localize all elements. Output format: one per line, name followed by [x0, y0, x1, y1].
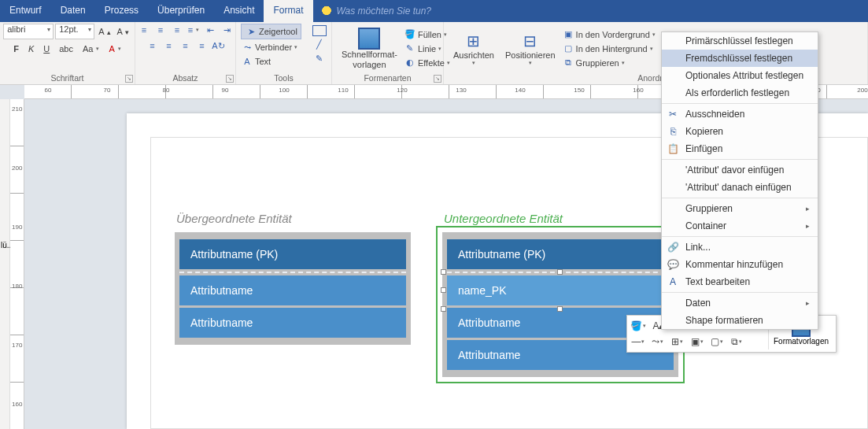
scissors-icon: ✂ — [667, 109, 679, 120]
position-button[interactable]: ⊟ Positionieren▾ — [500, 30, 560, 68]
case-button[interactable]: Aa▾ — [80, 43, 102, 55]
freeform-tool-button[interactable]: ✎ — [312, 52, 325, 65]
connector-tool-button[interactable]: ⤳Verbinder▾ — [241, 41, 297, 54]
ctx-group[interactable]: Gruppieren▸ — [662, 200, 818, 217]
group-shape-styles: Schnellformat- vorlagen 🪣Füllen▾ ✎Linie▾… — [332, 22, 444, 84]
tab-prozess[interactable]: Prozess — [95, 0, 148, 22]
ctx-format-shape[interactable]: Shape formatieren — [662, 312, 818, 329]
pointer-icon: ➤ — [245, 25, 257, 38]
entity-child-attr-pk[interactable]: Attributname (PK) — [447, 239, 674, 269]
entity-child[interactable]: Untergeordnete Entität Attributname (PK)… — [442, 232, 678, 377]
comment-icon: 💬 — [667, 259, 679, 270]
paste-icon: 📋 — [667, 143, 679, 154]
justify-button[interactable]: ≡ — [196, 39, 209, 52]
group-tools: ➤Zeigertool ⤳Verbinder▾ AText ╱ ✎ Tools — [236, 22, 332, 84]
font-size-select[interactable]: 12pt. — [55, 24, 94, 39]
entity-parent[interactable]: Übergeordnete Entität Attributname (PK) … — [175, 232, 411, 345]
underline-button[interactable]: U — [41, 43, 52, 55]
ctx-comment[interactable]: 💬Kommentar hinzufügen — [662, 256, 818, 273]
italic-button[interactable]: K — [26, 43, 36, 55]
bold-button[interactable]: F — [11, 43, 21, 55]
ribbon-tabs: Entwurf Daten Prozess Überprüfen Ansicht… — [0, 0, 868, 22]
align-bottom-button[interactable]: ≡ — [171, 24, 183, 36]
group-label-font: Schriftart — [5, 73, 130, 84]
entity-parent-attr-2[interactable]: Attributname — [179, 308, 406, 338]
tab-ueberpruefen[interactable]: Überprüfen — [148, 0, 214, 22]
bring-forward-button[interactable]: ▣In den Vordergrund▾ — [562, 28, 656, 41]
group-paragraph: ≡ ≡ ≡ ≡▾ ⇤ ⇥ ≡ ≡ ≡ ≡ A↻ Absatz ↘ — [135, 22, 236, 84]
ctx-set-primary-key[interactable]: Primärschlüssel festlegen — [662, 32, 818, 50]
ctx-set-required[interactable]: Als erforderlich festlegen — [662, 84, 818, 102]
tab-ansicht[interactable]: Ansicht — [214, 0, 264, 22]
font-dialog-launcher[interactable]: ↘ — [125, 75, 133, 83]
align-right-button[interactable]: ≡ — [179, 39, 192, 52]
group-label-tools: Tools — [241, 73, 327, 84]
shape-styles-dialog-launcher[interactable]: ↘ — [434, 75, 441, 83]
strike-button[interactable]: abc — [57, 43, 76, 55]
align-center-button[interactable]: ≡ — [163, 39, 175, 52]
ctx-insert-after[interactable]: 'Attribut' danach einfügen — [662, 179, 818, 196]
tab-daten[interactable]: Daten — [51, 0, 95, 22]
align-button[interactable]: ⊞ Ausrichten▾ — [449, 30, 499, 68]
quick-styles-icon — [358, 28, 380, 50]
group-icon: ⧉ — [562, 57, 574, 69]
bullets-button[interactable]: ≡▾ — [187, 24, 200, 36]
ctx-set-optional[interactable]: Optionales Attribut festlegen — [662, 67, 818, 84]
mini-align-button[interactable]: ⊞▾ — [669, 334, 686, 349]
send-backward-button[interactable]: ▢In den Hintergrund▾ — [562, 43, 656, 55]
indent-inc-button[interactable]: ⇥ — [220, 24, 233, 36]
grow-font-button[interactable]: A▴ — [96, 25, 113, 38]
ctx-cut[interactable]: ✂Ausschneiden — [662, 105, 818, 123]
shrink-font-button[interactable]: A▾ — [115, 25, 131, 38]
ctx-edit-text[interactable]: AText bearbeiten — [662, 273, 818, 290]
entity-parent-attr-1[interactable]: Attributname — [179, 276, 406, 305]
mini-front-button[interactable]: ▣▾ — [689, 334, 706, 349]
line-tool-button[interactable]: ╱ — [312, 38, 325, 50]
mini-group-mini-button[interactable]: ⧉▾ — [728, 334, 745, 349]
align-top-button[interactable]: ≡ — [138, 24, 150, 36]
mini-back-button[interactable]: ▢▾ — [708, 334, 726, 349]
tell-me-search[interactable]: Was möchten Sie tun? — [313, 0, 440, 22]
text-tool-button[interactable]: AText — [241, 55, 271, 68]
entity-parent-attr-pk[interactable]: Attributname (PK) — [179, 239, 406, 269]
vertical-ruler: 210 200 190 180 170 160 — [10, 99, 24, 429]
pointer-tool-button[interactable]: ➤Zeigertool — [241, 24, 301, 39]
quick-styles-button[interactable]: Schnellformat- vorlagen — [337, 26, 402, 70]
mini-line-button[interactable]: —▾ — [630, 334, 647, 349]
position-icon: ⊟ — [519, 31, 541, 50]
paragraph-dialog-launcher[interactable]: ↘ — [226, 75, 234, 83]
rotate-text-button[interactable]: A↻ — [212, 39, 225, 52]
group-button[interactable]: ⧉Gruppieren▾ — [562, 57, 656, 69]
send-backward-icon: ▢ — [562, 43, 574, 55]
align-icon: ⊞ — [463, 31, 485, 50]
align-left-button[interactable]: ≡ — [146, 39, 159, 52]
font-color-button[interactable]: A▾ — [106, 43, 123, 55]
tab-entwurf[interactable]: Entwurf — [0, 0, 51, 22]
text-icon: A — [241, 55, 253, 68]
indent-dec-button[interactable]: ⇤ — [204, 24, 216, 36]
pk-separator-2 — [447, 272, 674, 273]
group-label-shape-styles: Formenarten — [337, 73, 438, 84]
left-panel-edge: lü... — [0, 99, 10, 429]
tab-format[interactable]: Format — [264, 0, 312, 22]
context-menu: Primärschlüssel festlegen Fremdschlüssel… — [661, 31, 818, 330]
ctx-data[interactable]: Daten▸ — [662, 294, 818, 312]
connector-icon: ⤳ — [241, 41, 253, 54]
line-icon: ✎ — [404, 43, 416, 55]
rect-tool-button[interactable] — [312, 25, 327, 36]
ctx-paste[interactable]: 📋Einfügen — [662, 140, 818, 157]
mini-fill-button[interactable]: 🪣▾ — [630, 318, 647, 334]
ctx-link[interactable]: 🔗Link... — [662, 239, 818, 256]
ctx-container[interactable]: Container▸ — [662, 217, 818, 235]
ctx-copy[interactable]: ⎘Kopieren — [662, 123, 818, 140]
ctx-insert-before[interactable]: 'Attribut' davor einfügen — [662, 161, 818, 179]
text-edit-icon: A — [667, 276, 679, 287]
entity-child-attr-selected[interactable]: name_PK — [447, 276, 674, 305]
mini-connector-button[interactable]: ⤳▾ — [649, 334, 667, 349]
group-label-paragraph: Absatz — [140, 73, 231, 84]
group-font: alibri 12pt. A▴ A▾ F K U abc Aa▾ A▾ Schr… — [0, 22, 135, 84]
tell-me-label: Was möchten Sie tun? — [337, 6, 432, 17]
font-name-select[interactable]: alibri — [3, 24, 54, 39]
ctx-set-foreign-key[interactable]: Fremdschlüssel festlegen — [662, 50, 818, 67]
align-middle-button[interactable]: ≡ — [154, 24, 167, 36]
